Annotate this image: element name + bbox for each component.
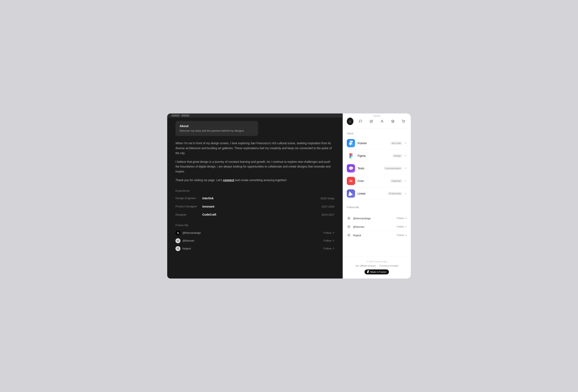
app-tag: Communication [384,167,402,170]
follow-row-right: @Noman Follow ↗ [347,223,407,231]
connect-link[interactable]: connect [223,178,234,182]
made-in-framer-badge[interactable]: Made in Framer [365,269,389,274]
app-name: Texts [358,167,382,170]
app-name: Cron [358,179,388,183]
exp-company: Innovant [202,204,322,209]
follow-handle-left: @Nomandsign [183,231,324,235]
exp-company: Interlink [202,196,320,201]
blur-decoration-2 [181,115,190,117]
app-tag: Productivity [387,192,402,195]
exp-company: CodeCraft [202,212,322,217]
nav-cart-icon[interactable] [400,118,407,125]
follow-icon-right [347,225,351,229]
follow-icon-left [176,230,180,235]
nav-pen-icon[interactable] [368,118,375,125]
experience-row: Design Engineer Interlink 2020-Today [176,196,335,201]
linear-app-icon [347,189,355,198]
stack-item[interactable]: Linear Productivity ↗ [343,187,411,200]
footer-copyright: © 2024 Framercrafts [347,260,407,263]
follow-row-left: Nojack Follow ↗ [176,246,335,251]
follow-section-right: @Nomandsign Follow ↗ @Noman Follow ↗ Noj… [343,211,411,243]
top-blur-bar [167,113,343,118]
experience-list: Design Engineer Interlink 2020-Today Pro… [176,196,335,217]
left-panel: About Discover my story and the passion … [167,113,343,278]
exp-years: 2014-2017 [322,213,335,217]
blur-decoration-1 [171,115,180,117]
purchase-link[interactable]: Purchase template [380,264,398,267]
about-title: About [180,124,254,128]
figma-app-icon [347,152,355,160]
external-link-icon: ↗ [404,154,407,157]
stack-list: Framer No-Code ↗ Figma Design ↗ 💬 Texts … [343,137,411,200]
right-footer: © 2024 Framercrafts Join affiliate progr… [343,256,411,278]
follow-button-right[interactable]: Follow ↗ [397,234,407,237]
content-para-2: I believe that great design is a journey… [176,160,335,174]
app-name: Figma [358,154,390,157]
svg-point-3 [382,120,383,121]
follow-icon-right [347,233,351,237]
exp-years: 2020-Today [320,196,335,201]
app-tag: No-Code [390,141,402,145]
experience-row: Product Designer Innovant 2017-2020 [176,204,335,209]
right-nav: ⌂ [343,113,411,129]
follow-handle-left: @Noman [183,238,324,243]
follow-button-left[interactable]: Follow ↗ [324,238,335,243]
follow-button-right[interactable]: Follow ↗ [397,225,407,228]
follow-list-right: @Nomandsign Follow ↗ @Noman Follow ↗ Noj… [347,214,407,239]
stack-item[interactable]: Figma Design ↗ [343,150,411,162]
follow-icon-left [176,238,180,243]
external-link-icon: ↗ [404,141,407,145]
follow-row-left: @Noman Follow ↗ [176,238,335,243]
follow-me-right-heading: Follow Me [343,202,411,211]
follow-row-right: @Nomandsign Follow ↗ [347,214,407,223]
nav-layers-icon[interactable] [389,118,396,125]
para3-suffix: and create something amazing together! [234,178,287,182]
follow-list-left: @Nomandsign Follow ↗ @Noman Follow ↗ Noj… [176,230,335,251]
exp-role: Product Designer [176,204,202,209]
experience-heading: Experience [176,189,335,193]
nav-user-icon[interactable] [379,118,385,125]
para3-prefix: Thank you for visiting my page. Let's [176,178,223,182]
footer-links: Join affiliate program Purchase template [347,264,407,267]
exp-years: 2017-2020 [322,205,335,209]
main-window: About Discover my story and the passion … [167,113,411,278]
made-in-framer-label: Made in Framer [370,271,386,273]
svg-point-6 [404,122,405,123]
nav-home-icon[interactable]: ⌂ [347,118,353,125]
blur-pill-right [373,115,381,117]
follow-handle-right: @Noman [353,225,397,228]
experience-row: Designer CodeCraft 2014-2017 [176,212,335,217]
framer-app-icon [347,139,355,147]
app-tag: Design [392,154,402,157]
app-tag: Calendar [390,179,402,183]
stack-heading: Stack [343,129,411,137]
follow-handle-right: Nojack [353,234,397,237]
affiliate-link[interactable]: Join affiliate program [355,264,376,267]
svg-point-5 [403,122,403,123]
content-para-3: Thank you for visiting my page. Let's co… [176,178,335,183]
follow-handle-right: @Nomandsign [353,217,397,220]
main-content: When I'm not in front of my design scree… [167,141,343,251]
follow-button-right[interactable]: Follow ↗ [397,217,407,220]
follow-icon-left [176,246,180,251]
cron-app-icon: 31 [347,177,355,185]
exp-role: Designer [176,213,202,217]
follow-button-left[interactable]: Follow ↗ [324,246,335,251]
follow-me-left-heading: Follow Me [176,223,335,227]
stack-item[interactable]: Framer No-Code ↗ [343,137,411,150]
nav-chat-icon[interactable] [358,118,364,125]
external-link-icon: ↗ [404,192,407,195]
stack-item[interactable]: 💬 Texts Communication ↗ [343,162,411,175]
follow-icon-right [347,216,351,220]
follow-row-left: @Nomandsign Follow ↗ [176,230,335,235]
external-link-icon: ↗ [404,179,407,183]
about-description: Discover my story and the passion behind… [180,129,254,133]
follow-handle-left: Nojack [183,246,324,251]
svg-marker-4 [391,120,394,121]
texts-app-icon: 💬 [347,164,355,173]
stack-item[interactable]: 31 Cron Calendar ↗ [343,175,411,187]
content-para-1: When I'm not in front of my design scree… [176,141,335,156]
app-name: Linear [358,192,386,195]
follow-button-left[interactable]: Follow ↗ [324,231,335,235]
app-name: Framer [358,141,388,145]
